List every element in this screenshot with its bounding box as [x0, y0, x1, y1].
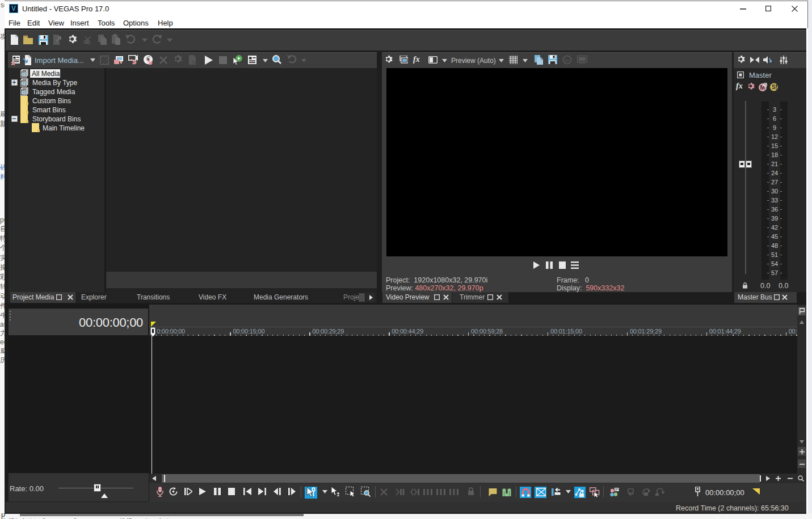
svg-text:HDR: HDR — [579, 61, 586, 64]
svg-text:S: S — [772, 84, 776, 90]
svg-text:so: so — [565, 58, 569, 62]
svg-text:fx: fx — [192, 59, 196, 65]
svg-text:R: R — [749, 84, 751, 87]
